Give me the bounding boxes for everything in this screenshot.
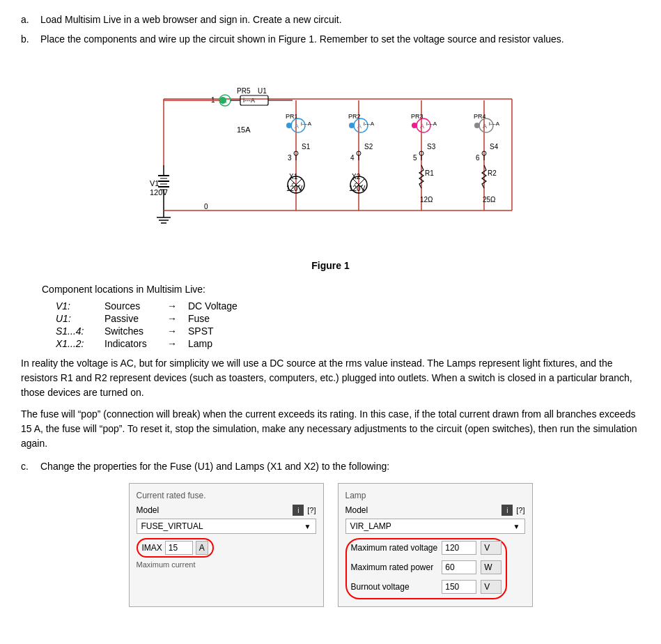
svg-text:A: A xyxy=(222,98,226,105)
comp-s1-arrow: → xyxy=(167,325,188,337)
svg-text:V1: V1 xyxy=(150,179,159,187)
svg-text:A: A xyxy=(420,123,424,130)
comp-u1-name: U1: xyxy=(56,313,104,324)
lamp-row-2-input[interactable] xyxy=(442,580,476,594)
svg-text:A: A xyxy=(357,123,361,130)
lamp-panel: Lamp Model i [?] VIR_LAMP ▼ Maximum rate… xyxy=(338,483,533,607)
lamp-row-2-unit: V xyxy=(481,580,501,594)
svg-text:S1: S1 xyxy=(302,143,311,151)
lamp-row-0-input[interactable] xyxy=(442,541,476,555)
component-table: V1: Sources → DC Voltage U1: Passive → F… xyxy=(56,300,640,349)
lamp-row-1-unit: W xyxy=(481,560,501,574)
lamp-panel-title: Lamp xyxy=(345,491,525,500)
fuse-model-row: Model i [?] xyxy=(137,505,316,516)
figure-container: V1 120V PR5 U1 1 xyxy=(21,57,640,271)
svg-text:3: 3 xyxy=(288,154,292,162)
fuse-imax-row: IMAX A xyxy=(137,538,316,558)
svg-text:PR5: PR5 xyxy=(237,87,251,95)
component-header: Component locations in Multisim Live: xyxy=(42,284,640,295)
fuse-imax-input[interactable] xyxy=(165,541,193,555)
comp-row-u1: U1: Passive → Fuse xyxy=(56,313,640,324)
lamp-model-value-container: VIR_LAMP ▼ xyxy=(345,519,525,534)
fuse-imax-label: IMAX xyxy=(142,543,162,553)
item-b: b. Place the components and wire up the … xyxy=(21,33,640,45)
fuse-model-value: FUSE_VIRTUAL ▼ xyxy=(137,519,316,534)
comp-row-s1: S1...4: Switches → SPST xyxy=(56,325,640,337)
fuse-model-label: Model xyxy=(137,505,160,515)
svg-text:S2: S2 xyxy=(364,143,373,151)
paragraph-1: In reality the voltage is AC, but for si… xyxy=(21,356,640,400)
fuse-max-current-label: Maximum current xyxy=(137,560,316,569)
lamp-row-0-label: Maximum rated voltage xyxy=(351,543,438,553)
comp-x1-value: Lamp xyxy=(188,338,244,349)
figure-caption: Figure 1 xyxy=(21,260,640,271)
svg-point-50 xyxy=(349,123,355,128)
fuse-imax-highlight: IMAX A xyxy=(137,538,214,558)
item-a-label: a. xyxy=(21,14,35,25)
fuse-info-btn[interactable]: i xyxy=(293,505,304,516)
svg-text:25Ω: 25Ω xyxy=(483,196,496,204)
fuse-question-label: [?] xyxy=(307,506,316,514)
lamp-model-label: Model xyxy=(345,505,368,515)
lamp-info-btn[interactable]: i xyxy=(501,505,513,516)
svg-text:U1: U1 xyxy=(258,87,267,95)
lamp-model-value: VIR_LAMP ▼ xyxy=(345,519,525,534)
comp-v1-arrow: → xyxy=(167,300,188,312)
fuse-model-value-container: FUSE_VIRTUAL ▼ xyxy=(137,519,316,534)
svg-text:i---A: i---A xyxy=(301,121,312,127)
lamp-row-2: Burnout voltage V xyxy=(351,580,502,594)
component-locations: Component locations in Multisim Live: V1… xyxy=(42,284,640,349)
lamp-row-1-input[interactable] xyxy=(442,560,476,574)
circuit-svg: V1 120V PR5 U1 1 xyxy=(122,57,540,252)
svg-text:0: 0 xyxy=(204,203,208,210)
lamp-row-2-label: Burnout voltage xyxy=(351,582,438,592)
svg-text:12Ω: 12Ω xyxy=(420,196,433,204)
comp-v1-category: Sources xyxy=(104,300,167,312)
fuse-imax-unit: A xyxy=(196,541,208,555)
lamp-row-1: Maximum rated power W xyxy=(351,560,502,574)
comp-u1-arrow: → xyxy=(167,313,188,324)
comp-x1-name: X1...2: xyxy=(56,338,104,349)
comp-v1-value: DC Voltage xyxy=(188,300,244,312)
item-c-label: c. xyxy=(21,461,35,472)
comp-s1-category: Switches xyxy=(104,325,167,337)
svg-text:A: A xyxy=(295,123,299,130)
svg-text:S3: S3 xyxy=(427,143,436,151)
comp-x1-arrow: → xyxy=(167,338,188,349)
comp-x1-category: Indicators xyxy=(104,338,167,349)
svg-text:R1: R1 xyxy=(425,169,434,177)
svg-text:i---A: i---A xyxy=(489,121,500,127)
item-c: c. Change the properties for the Fuse (U… xyxy=(21,461,640,472)
svg-point-65 xyxy=(412,123,417,128)
comp-u1-value: Fuse xyxy=(188,313,244,324)
svg-text:6: 6 xyxy=(476,154,480,162)
svg-text:S4: S4 xyxy=(490,143,499,151)
fuse-dropdown-icon[interactable]: ▼ xyxy=(304,523,311,530)
comp-v1-name: V1: xyxy=(56,300,104,312)
fuse-panel-title: Current rated fuse. xyxy=(137,491,316,500)
svg-text:5: 5 xyxy=(413,154,417,162)
item-a: a. Load Multisim Live in a web browser a… xyxy=(21,14,640,25)
lamp-model-row: Model i [?] xyxy=(345,505,525,516)
item-c-text: Change the properties for the Fuse (U1) … xyxy=(40,461,640,472)
comp-row-x1: X1...2: Indicators → Lamp xyxy=(56,338,640,349)
circuit-diagram: V1 120V PR5 U1 1 xyxy=(122,57,540,254)
item-b-label: b. xyxy=(21,33,35,45)
svg-text:R2: R2 xyxy=(488,169,497,177)
fuse-panel: Current rated fuse. Model i [?] FUSE_VIR… xyxy=(129,483,324,607)
svg-text:i---A: i---A xyxy=(243,97,255,104)
comp-row-v1: V1: Sources → DC Voltage xyxy=(56,300,640,312)
item-b-text: Place the components and wire up the cir… xyxy=(40,33,640,45)
lamp-row-1-label: Maximum rated power xyxy=(351,562,438,572)
lamp-row-0-unit: V xyxy=(481,541,501,555)
lamp-rows-highlight: Maximum rated voltage V Maximum rated po… xyxy=(345,538,508,599)
svg-point-77 xyxy=(474,123,480,128)
lamp-question-label: [?] xyxy=(516,506,524,514)
svg-text:i---A: i---A xyxy=(426,121,437,127)
lamp-row-0: Maximum rated voltage V xyxy=(351,541,502,555)
comp-s1-name: S1...4: xyxy=(56,325,104,337)
svg-text:i---A: i---A xyxy=(364,121,375,127)
svg-text:4: 4 xyxy=(350,154,355,162)
item-a-text: Load Multisim Live in a web browser and … xyxy=(40,14,640,25)
lamp-dropdown-icon[interactable]: ▼ xyxy=(513,523,520,530)
